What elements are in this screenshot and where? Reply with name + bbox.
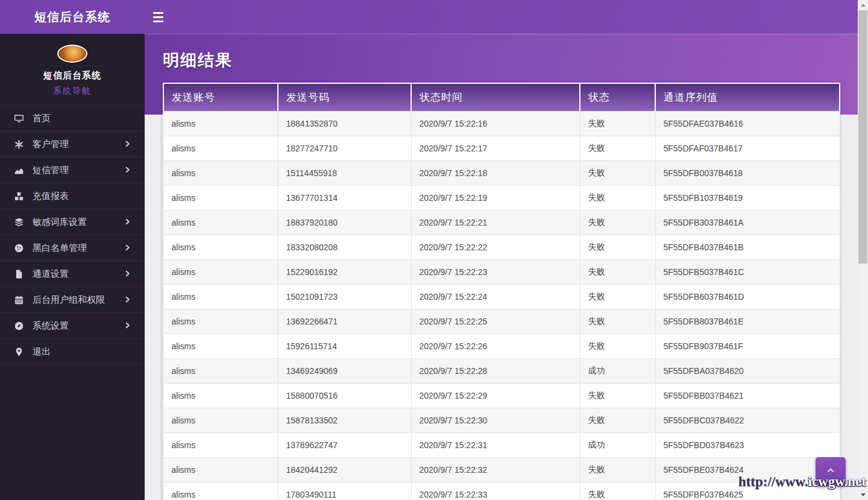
sidebar-item-home[interactable]: 首页 xyxy=(0,106,145,131)
table-row: alisms 13469249069 2020/9/7 15:22:28 成功 … xyxy=(163,358,840,383)
cell-send-account: alisms xyxy=(163,111,278,136)
cell-status: 失败 xyxy=(580,210,655,235)
table-row: alisms 15926115714 2020/9/7 15:22:26 失败 … xyxy=(163,334,840,358)
map-marker-icon xyxy=(13,346,25,358)
table-row: alisms 17803490111 2020/9/7 15:22:33 失败 … xyxy=(163,482,840,500)
cell-channel-serial: 5F55DFB8037B461E xyxy=(655,309,840,334)
cell-send-number: 15878133502 xyxy=(278,408,411,432)
sidebar-item-customers[interactable]: 客户管理 xyxy=(0,131,145,157)
cell-status-time: 2020/9/7 15:22:23 xyxy=(411,259,580,284)
logo-avatar xyxy=(57,45,87,63)
chevron-right-icon xyxy=(124,244,131,252)
table-row: alisms 15878133502 2020/9/7 15:22:30 失败 … xyxy=(163,408,840,432)
cell-send-number: 18332080208 xyxy=(278,235,411,259)
cell-channel-serial: 5F55DFB9037B461F xyxy=(655,334,840,358)
table-row: alisms 18837920180 2020/9/7 15:22:21 失败 … xyxy=(163,210,840,235)
table-row: alisms 18332080208 2020/9/7 15:22:22 失败 … xyxy=(163,235,840,259)
chevron-right-icon xyxy=(124,218,131,226)
sidebar-item-system-settings[interactable]: 系统设置 xyxy=(0,313,145,339)
sidebar-item-sensitive-words[interactable]: 敏感词库设置 xyxy=(0,209,145,235)
results-table-card: 发送账号 发送号码 状态时间 状态 通道序列值 alisms 188413528… xyxy=(163,83,839,500)
cell-status-time: 2020/9/7 15:22:22 xyxy=(411,235,580,259)
cell-send-number: 15926115714 xyxy=(278,334,411,358)
compass-icon xyxy=(13,320,25,332)
sidebar-item-recharge-report[interactable]: 充值报表 xyxy=(0,183,145,209)
cell-channel-serial: 5F55DFB5037B461C xyxy=(655,259,840,284)
table-row: alisms 15880070516 2020/9/7 15:22:29 失败 … xyxy=(163,383,840,408)
file-icon xyxy=(13,268,25,280)
navbar-brand[interactable]: 短信后台系统 xyxy=(0,9,145,25)
cell-status-time: 2020/9/7 15:22:17 xyxy=(411,136,580,160)
main-content: 明细结果 发送账号 发送号码 状态时间 状态 通道序列值 alisms 1884… xyxy=(145,34,858,500)
cell-status: 失败 xyxy=(580,383,655,408)
table-row: alisms 15021091723 2020/9/7 15:22:24 失败 … xyxy=(163,284,840,309)
sidebar-item-label: 通道设置 xyxy=(33,268,124,280)
sidebar-item-logout[interactable]: 退出 xyxy=(0,339,145,365)
cell-send-account: alisms xyxy=(163,259,278,284)
cell-status-time: 2020/9/7 15:22:29 xyxy=(411,383,580,408)
cell-send-account: alisms xyxy=(163,160,278,185)
cell-status: 失败 xyxy=(580,185,655,210)
cell-status: 失败 xyxy=(580,457,655,482)
cell-send-account: alisms xyxy=(163,309,278,334)
cell-status-time: 2020/9/7 15:22:18 xyxy=(411,160,580,185)
scrollbar-thumb[interactable] xyxy=(858,10,867,264)
table-body: alisms 18841352870 2020/9/7 15:22:16 失败 … xyxy=(163,111,840,500)
sidebar-item-blacklist[interactable]: 黑白名单管理 xyxy=(0,235,145,261)
cell-status: 成功 xyxy=(580,358,655,383)
sidebar-item-sms[interactable]: 短信管理 xyxy=(0,157,145,183)
cell-status: 失败 xyxy=(580,334,655,358)
cell-status-time: 2020/9/7 15:22:26 xyxy=(411,334,580,358)
cell-send-account: alisms xyxy=(163,457,278,482)
cell-channel-serial: 5F55DFAF037B4617 xyxy=(655,136,840,160)
cell-status-time: 2020/9/7 15:22:25 xyxy=(411,309,580,334)
chevron-right-icon xyxy=(124,270,131,277)
cell-send-number: 18420441292 xyxy=(278,457,411,482)
results-table: 发送账号 发送号码 状态时间 状态 通道序列值 alisms 188413528… xyxy=(163,83,840,500)
chart-area-icon xyxy=(13,164,25,176)
sidebar-item-label: 短信管理 xyxy=(33,165,124,176)
page-title: 明细结果 xyxy=(163,49,233,71)
back-to-top-button[interactable] xyxy=(816,457,846,486)
table-row: alisms 18277247710 2020/9/7 15:22:17 失败 … xyxy=(163,136,840,160)
cell-send-account: alisms xyxy=(163,408,278,432)
scroll-down-icon[interactable] xyxy=(858,490,868,500)
cell-status: 失败 xyxy=(580,309,655,334)
window-scrollbar[interactable] xyxy=(858,0,868,500)
sidebar-menu: 首页 客户管理 短信管理 充值报表 敏感词库设置 黑白名单管理 通道设置 后台用… xyxy=(0,106,145,365)
chevron-right-icon xyxy=(124,322,131,329)
table-row: alisms 13789622747 2020/9/7 15:22:31 成功 … xyxy=(163,432,840,457)
cell-channel-serial: 5F55DFBA037B4620 xyxy=(655,358,840,383)
hamburger-icon[interactable] xyxy=(147,6,169,28)
chevron-up-icon xyxy=(826,466,835,477)
table-row: alisms 18420441292 2020/9/7 15:22:32 失败 … xyxy=(163,457,840,482)
cell-send-account: alisms xyxy=(163,383,278,408)
cell-status-time: 2020/9/7 15:22:16 xyxy=(411,111,580,136)
cell-status-time: 2020/9/7 15:22:32 xyxy=(411,457,580,482)
cell-channel-serial: 5F55DFB3037B461A xyxy=(655,210,840,235)
sidebar-brand-subtitle[interactable]: 系统导航 xyxy=(0,86,145,97)
cell-status-time: 2020/9/7 15:22:30 xyxy=(411,408,580,432)
cell-send-number: 15229016192 xyxy=(278,259,411,284)
cell-send-account: alisms xyxy=(163,284,278,309)
cell-channel-serial: 5F55DFBE037B4624 xyxy=(655,457,840,482)
header-status-time: 状态时间 xyxy=(411,83,580,111)
sidebar-item-user-groups[interactable]: 后台用户组和权限 xyxy=(0,287,145,313)
sidebar-item-channels[interactable]: 通道设置 xyxy=(0,261,145,287)
layers-icon xyxy=(13,216,25,228)
asterisk-icon xyxy=(13,138,25,150)
cell-channel-serial: 5F55DFB1037B4619 xyxy=(655,185,840,210)
chevron-right-icon xyxy=(124,166,131,174)
cell-channel-serial: 5F55DFBD037B4623 xyxy=(655,432,840,457)
cell-send-account: alisms xyxy=(163,482,278,500)
chevron-right-icon xyxy=(124,296,131,303)
cell-status: 失败 xyxy=(580,284,655,309)
cell-send-account: alisms xyxy=(163,210,278,235)
cell-status-time: 2020/9/7 15:22:24 xyxy=(411,284,580,309)
sidebar-item-label: 黑白名单管理 xyxy=(33,242,124,254)
cell-send-number: 15114455918 xyxy=(278,160,411,185)
cell-channel-serial: 5F55DFB0037B4618 xyxy=(655,160,840,185)
scroll-up-icon[interactable] xyxy=(858,0,868,10)
cell-channel-serial: 5F55DFBB037B4621 xyxy=(655,383,840,408)
header-send-account: 发送账号 xyxy=(163,83,278,111)
